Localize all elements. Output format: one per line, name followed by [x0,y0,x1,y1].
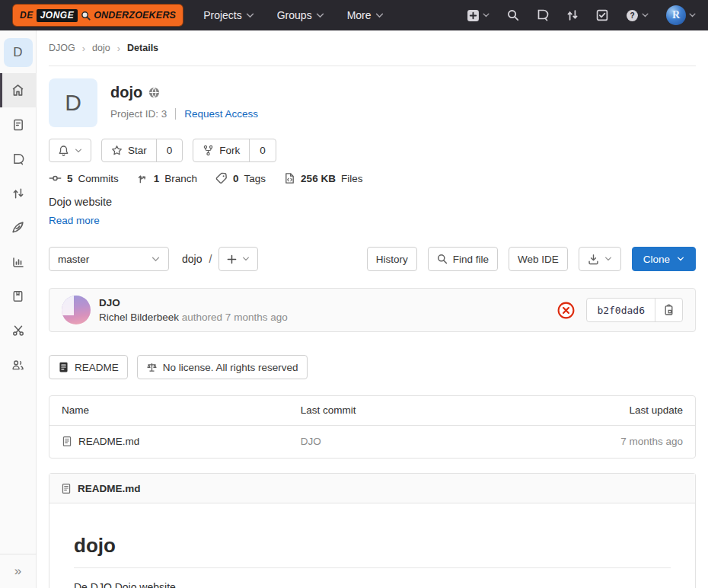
help-menu-button[interactable]: ? [626,9,649,22]
chart-icon [12,256,24,268]
new-menu-button[interactable] [467,9,490,22]
commit-author-avatar[interactable] [62,296,91,324]
commit-sha: b2f0dad6 [587,299,655,321]
clipboard-icon [663,304,675,316]
bell-icon [58,145,69,157]
column-header-last-commit: Last commit [289,396,528,425]
collapse-sidebar-button[interactable]: » [0,554,37,588]
fork-button[interactable]: Fork [193,139,249,161]
last-commit-box: DJO Richel Bilderbeek authored 7 months … [49,288,696,332]
nav-groups-label: Groups [277,9,312,21]
nav-groups[interactable]: Groups [277,9,324,21]
chevron-down-icon [483,13,490,18]
breadcrumb-group[interactable]: DJOG [49,43,75,53]
last-update: 7 months ago [528,425,696,458]
copy-commit-sha-button[interactable] [655,299,682,321]
request-access-link[interactable]: Request Access [175,108,258,120]
search-button[interactable] [507,9,519,21]
search-icon [437,254,448,264]
sidebar-item-analytics[interactable] [0,244,37,279]
sidebar-item-cicd[interactable] [0,210,37,244]
sidebar-item-merge-requests[interactable] [0,176,37,210]
star-count[interactable]: 0 [156,139,183,161]
download-icon [588,254,599,265]
tag-icon [215,172,228,184]
star-button[interactable]: Star [102,139,156,161]
breadcrumb-separator: › [117,43,120,54]
chevron-down-icon [246,13,254,18]
chevron-down-icon [75,149,82,153]
repo-path-root[interactable]: dojo [182,253,202,265]
chevron-down-icon [689,13,696,18]
issues-dashboard-button[interactable] [537,9,549,21]
sidebar-item-members[interactable] [0,347,37,382]
web-ide-label: Web IDE [518,254,559,265]
nav-projects[interactable]: Projects [203,9,254,21]
nav-more[interactable]: More [347,9,384,21]
branch-icon [137,172,148,184]
license-button[interactable]: No license. All rights reserved [137,355,308,379]
breadcrumb-project[interactable]: dojo [92,43,110,53]
history-button[interactable]: History [367,247,417,271]
nav-projects-label: Projects [203,9,242,21]
file-name: README.md [78,436,139,447]
sidebar-project-avatar[interactable]: D [4,38,33,67]
readme-file-header[interactable]: README.md [49,474,695,503]
user-menu-button[interactable]: R [666,5,696,25]
web-ide-button[interactable]: Web IDE [509,247,568,271]
add-file-button[interactable] [218,247,258,271]
file-tree-table: Name Last commit Last update README.md D… [49,395,696,459]
chevron-down-icon [316,13,324,18]
branch-selector[interactable]: master [49,247,169,271]
commit-title-link[interactable]: DJO [99,297,288,308]
stat-commits[interactable]: 5 Commits [49,172,119,184]
pipeline-failed-status[interactable] [557,302,575,319]
sidebar-item-wiki[interactable] [0,279,37,313]
plus-icon [227,254,237,264]
clone-label: Clone [643,254,670,265]
read-more-link[interactable]: Read more [49,215,100,226]
chevron-down-icon [677,257,684,261]
scissors-icon [12,324,24,337]
sidebar-item-project-overview[interactable] [0,73,37,107]
fork-icon [203,145,214,156]
magnifier-logo-icon [81,11,91,21]
stat-branches[interactable]: 1 Branch [137,172,197,184]
brand-logo[interactable]: DE JONGE ONDERZOEKERS [12,4,183,27]
sidebar-item-repository[interactable] [0,107,37,142]
project-sidebar: D » [0,30,37,588]
stat-files[interactable]: 256 KB Files [284,172,362,184]
star-button-group: Star 0 [101,139,183,162]
readme-paragraph: De DJO Dojo website. [74,581,671,588]
readme-button-label: README [75,362,119,373]
merge-requests-dashboard-button[interactable] [566,9,579,21]
sidebar-item-issues[interactable] [0,142,37,176]
logo-text-onderzoekers: ONDERZOEKERS [94,10,176,21]
failed-x-circle-icon [557,302,575,319]
stat-tags[interactable]: 0 Tags [215,172,266,184]
file-link[interactable]: README.md [62,436,289,447]
download-button[interactable] [579,247,621,271]
user-avatar: R [666,5,686,25]
clone-button[interactable]: Clone [632,247,696,271]
fork-count[interactable]: 0 [249,139,276,161]
readme-button[interactable]: README [49,355,128,379]
column-header-last-update: Last update [528,396,696,425]
globe-icon [148,87,160,98]
table-row[interactable]: README.md DJO 7 months ago [49,425,695,458]
commit-icon [49,172,62,184]
branch-name: master [58,254,89,265]
sidebar-item-snippets[interactable] [0,313,37,347]
todos-button[interactable] [596,9,608,21]
notifications-button[interactable] [49,139,91,162]
files-icon [284,172,295,184]
last-commit-link[interactable]: DJO [301,436,321,447]
main-nav: Projects Groups More [203,9,383,21]
project-id-label: Project ID: 3 [110,108,167,120]
find-file-button[interactable]: Find file [428,247,498,271]
commit-author-link[interactable]: Richel Bilderbeek [99,312,179,323]
star-label: Star [128,145,147,156]
logo-text-jonge: JONGE [37,9,78,22]
help-icon: ? [626,9,639,22]
main-content: DJOG › dojo › Details D dojo Project ID:… [37,30,708,588]
